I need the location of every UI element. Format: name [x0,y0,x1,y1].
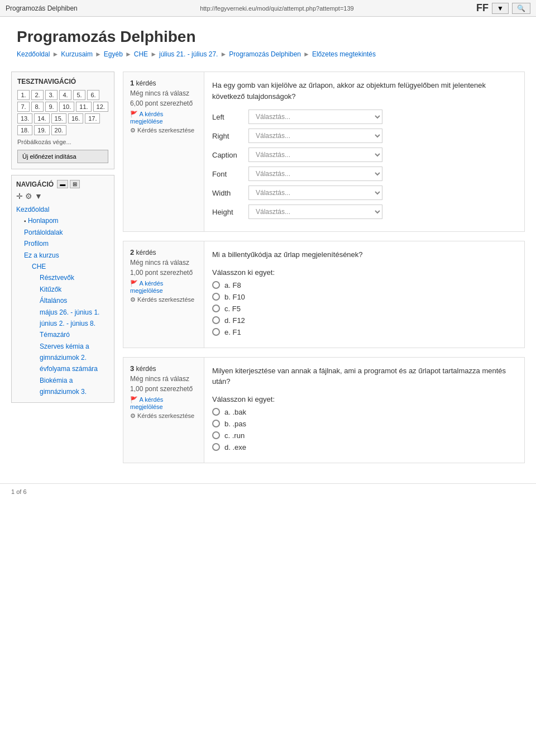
gear-icon-3: ⚙ [130,412,136,419]
test-nav-box: TESZTNAVIGÁCIÓ 1. 2. 3. 4. 5. 6. 7. 8. 9… [11,72,114,169]
question-status-1: Még nincs rá válasz [130,89,197,97]
dropdown-nav-icon: ▼ [35,192,42,201]
nav-num-10[interactable]: 10. [59,102,74,112]
answer-row-width: Width Választás... [212,186,516,200]
radio-item-3b: b. .pas [212,420,516,428]
nav-num-20[interactable]: 20. [51,125,66,135]
page-title: Programozás Delphiben [17,28,519,46]
breadcrumb-preview[interactable]: Előzetes megtekintés [312,50,376,58]
radio-button-2a[interactable] [212,281,220,289]
question-body-2: Mi a billentyűkódja az űrlap megjeleníté… [204,241,524,348]
radio-button-3b[interactable] [212,420,220,427]
nav-num-15[interactable]: 15. [51,113,66,123]
answer-row-right: Right Választás... [212,129,516,143]
answer-select-font[interactable]: Választás... [248,167,382,181]
question-number-1: 1 kérdés [130,79,197,87]
nav-item-honlapom[interactable]: ▪ Honlapom [16,215,109,226]
question-status-3: Még nincs rá válasz [130,375,197,383]
radio-button-3c[interactable] [212,431,220,439]
nav-item-altalanos[interactable]: Általános [16,295,109,306]
nav-num-7[interactable]: 7. [17,102,30,112]
nav-item-junius2[interactable]: június 2. - június 8. [16,318,109,329]
answer-select-right[interactable]: Választás... [248,129,382,143]
radio-item-3c: c. .run [212,431,516,440]
question-card-3: 3 kérdés Még nincs rá válasz 1,00 pont s… [123,357,525,463]
radio-button-3a[interactable] [212,408,220,416]
top-bar-url: http://fegyverneki.eu/mod/quiz/attempt.p… [200,5,353,12]
answer-label-font: Font [212,170,248,178]
nav-tree: Kezdőoldal ▪ Honlapom Portáloldalak Prof… [16,204,109,398]
nav-num-19[interactable]: 19. [34,125,49,135]
question-text-3: Milyen kiterjesztése van annak a fájlnak… [212,365,516,387]
nav-item-kezdooldal[interactable]: Kezdőoldal [16,204,109,215]
nav-item-szerves[interactable]: Szerves kémia a gimnáziumok 2. évfolyama… [16,341,109,375]
question-edit-2[interactable]: ⚙ Kérdés szerkesztése [130,296,197,303]
probalkozas-text: Próbálkozás vége... [17,139,108,145]
radio-button-2c[interactable] [212,305,220,312]
answer-select-height[interactable]: Választás... [248,205,382,219]
nav-num-12[interactable]: 12. [93,102,108,112]
nav-num-17[interactable]: 17. [85,113,100,123]
breadcrumb-prog[interactable]: Programozás Delphiben [229,50,301,58]
answer-label-left: Left [212,113,248,121]
breadcrumb-che[interactable]: CHE [134,50,148,58]
nav-num-9[interactable]: 9. [45,102,58,112]
breadcrumb-julius[interactable]: július 21. - július 27. [159,50,218,58]
ff-label: FF [476,2,489,14]
nav-num-16[interactable]: 16. [68,113,83,123]
answer-label-width: Width [212,189,248,197]
nav-num-1[interactable]: 1. [17,90,30,100]
question-card-2: 2 kérdés Még nincs rá válasz 1,00 pont s… [123,241,525,348]
nav-item-resztvevok[interactable]: Résztvevők [16,272,109,283]
nav-num-13[interactable]: 13. [17,113,32,123]
nav-item-ez-a-kurzus[interactable]: Ez a kurzus [16,250,109,261]
uj-elonezet-button[interactable]: Új előnézet indítása [17,150,108,163]
breadcrumb-egyeb[interactable]: Egyéb [104,50,123,58]
nav-item-biokemia[interactable]: Biokémia a gimnáziumok 3. [16,375,109,398]
nav-num-14[interactable]: 14. [34,113,49,123]
answer-select-left[interactable]: Választás... [248,110,382,124]
dropdown-button[interactable]: ▼ [492,3,509,14]
nav-section: NAVIGÁCIÓ ▬ ⊞ ✛ ⚙ ▼ Kezdőoldal ▪ Honlapo… [11,175,114,403]
nav-item-kituzok[interactable]: Kitűzők [16,284,109,295]
page-header: Programozás Delphiben Kezdőoldal ► Kurzu… [0,17,536,66]
question-flag-3[interactable]: 🚩 A kérdés megjelölése [130,396,197,410]
question-edit-3[interactable]: ⚙ Kérdés szerkesztése [130,412,197,420]
question-flag-2[interactable]: 🚩 A kérdés megjelölése [130,280,197,294]
nav-item-che[interactable]: CHE [16,261,109,272]
answer-select-width[interactable]: Választás... [248,186,382,200]
search-button[interactable]: 🔍 [512,3,530,14]
page-footer: 1 of 6 [0,483,536,500]
nav-collapse-button[interactable]: ▬ [57,180,68,188]
answer-select-caption[interactable]: Választás... [248,148,382,162]
nav-num-3[interactable]: 3. [45,90,58,100]
radio-button-3d[interactable] [212,443,220,451]
question-edit-1[interactable]: ⚙ Kérdés szerkesztése [130,127,197,134]
question-points-2: 1,00 pont szerezhető [130,269,197,277]
breadcrumb-home[interactable]: Kezdőoldal [17,50,50,58]
question-text-1: Ha egy gomb van kijelölve az űrlapon, ak… [212,80,516,102]
question-number-3: 3 kérdés [130,364,197,373]
radio-button-2b[interactable] [212,293,220,301]
nav-item-temazaro[interactable]: Témazáró [16,329,109,340]
radio-button-2e[interactable] [212,328,220,336]
question-meta-1: 1 kérdés Még nincs rá válasz 6,00 pont s… [123,72,204,231]
question-status-2: Még nincs rá válasz [130,259,197,267]
nav-num-6[interactable]: 6. [87,90,99,100]
nav-expand-button[interactable]: ⊞ [70,180,80,188]
nav-item-profilom[interactable]: Profilom [16,238,109,249]
nav-num-11[interactable]: 11. [76,102,91,112]
nav-num-2[interactable]: 2. [31,90,44,100]
nav-item-majus[interactable]: május 26. - június 1. [16,307,109,318]
nav-num-4[interactable]: 4. [59,90,71,100]
flag-icon-1: 🚩 [130,111,138,117]
nav-num-8[interactable]: 8. [31,102,44,112]
radio-button-2d[interactable] [212,316,220,324]
nav-item-portaloldalak[interactable]: Portáloldalak [16,227,109,238]
choose-label-3: Válasszon ki egyet: [212,395,516,403]
nav-num-5[interactable]: 5. [73,90,85,100]
question-flag-1[interactable]: 🚩 A kérdés megjelölése [130,111,197,125]
top-bar: Programozás Delphiben http://fegyverneki… [0,0,536,17]
nav-num-18[interactable]: 18. [17,125,32,135]
breadcrumb-kurzusaim[interactable]: Kurzusaim [61,50,93,58]
